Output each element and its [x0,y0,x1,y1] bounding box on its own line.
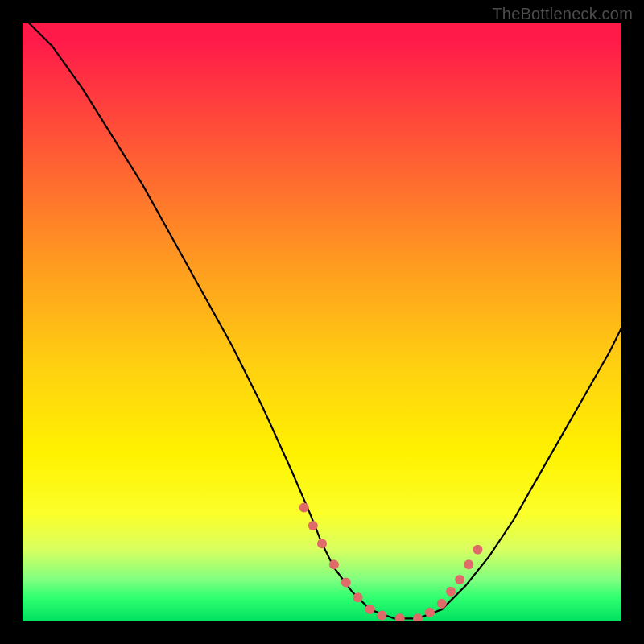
marker-point [365,605,375,614]
marker-point [329,559,339,569]
marker-point [446,587,456,597]
plot-area [23,23,621,621]
marker-point [353,592,363,602]
marker-point [455,575,464,584]
marker-point [317,539,327,548]
marker-point [413,613,423,621]
highlight-markers [299,503,483,621]
bottleneck-curve [28,23,621,618]
marker-point [425,608,435,617]
curve-layer [23,23,621,621]
marker-point [464,559,473,569]
marker-point [377,611,386,621]
watermark-text: TheBottleneck.com [492,5,633,23]
marker-point [437,599,447,609]
marker-point [341,578,351,588]
marker-point [299,503,309,513]
marker-point [395,613,405,621]
marker-point [308,521,318,530]
marker-point [473,545,482,555]
chart-container: TheBottleneck.com [0,0,644,644]
